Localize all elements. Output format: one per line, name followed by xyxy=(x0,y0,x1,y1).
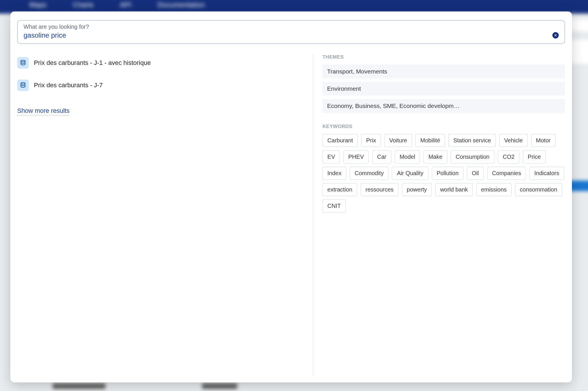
facets-column: THEMES Transport, Movements Environment … xyxy=(317,54,565,375)
search-input[interactable] xyxy=(24,31,552,39)
keyword-chip[interactable]: Companies xyxy=(487,167,526,180)
column-divider xyxy=(313,54,313,375)
keyword-chip[interactable]: extraction xyxy=(322,183,357,196)
keyword-chip[interactable]: CO2 xyxy=(498,150,519,163)
keyword-chip[interactable]: powerty xyxy=(402,183,432,196)
keyword-chip[interactable]: Station service xyxy=(448,134,496,147)
keyword-chip[interactable]: Voiture xyxy=(384,134,412,147)
search-box: What are you looking for? ✕ xyxy=(17,20,565,44)
keyword-chip[interactable]: consommation xyxy=(515,183,562,196)
show-more-results-link[interactable]: Show more results xyxy=(17,107,69,115)
keyword-chip[interactable]: Model xyxy=(395,150,420,163)
search-input-row: ✕ xyxy=(24,31,559,39)
dataset-icon xyxy=(17,80,29,91)
keyword-chip[interactable]: Oil xyxy=(467,167,483,180)
search-body: Prix des carburants - J-1 - avec histori… xyxy=(17,54,565,375)
keyword-chip[interactable]: world bank xyxy=(435,183,473,196)
keywords-heading: KEYWORDS xyxy=(322,124,565,129)
search-label: What are you looking for? xyxy=(24,24,559,30)
keyword-chip[interactable]: Consumption xyxy=(451,150,494,163)
keyword-chip[interactable]: Motor xyxy=(531,134,556,147)
svg-point-0 xyxy=(21,60,25,62)
keyword-chip[interactable]: CNIT xyxy=(322,200,346,212)
keyword-chip[interactable]: Carburant xyxy=(322,134,358,147)
theme-item[interactable]: Transport, Movements xyxy=(322,65,565,78)
result-title: Prix des carburants - J-7 xyxy=(34,82,103,89)
keyword-chip[interactable]: Index xyxy=(322,167,346,180)
keyword-chip[interactable]: emissions xyxy=(476,183,512,196)
keyword-chip[interactable]: EV xyxy=(322,150,340,163)
result-title: Prix des carburants - J-1 - avec histori… xyxy=(34,59,151,67)
keyword-chip[interactable]: Mobilité xyxy=(415,134,445,147)
dataset-icon xyxy=(17,57,29,69)
theme-item[interactable]: Environment xyxy=(322,82,565,96)
close-icon: ✕ xyxy=(554,33,557,38)
keyword-chip[interactable]: Vehicle xyxy=(499,134,528,147)
keyword-chip[interactable]: Price xyxy=(523,150,546,163)
keyword-chip[interactable]: Car xyxy=(372,150,391,163)
keyword-chip[interactable]: Air Quality xyxy=(392,167,428,180)
keyword-chip[interactable]: Commodity xyxy=(350,167,388,180)
keywords-list: Carburant Prix Voiture Mobilité Station … xyxy=(322,134,565,212)
keyword-chip[interactable]: Prix xyxy=(361,134,381,147)
clear-search-button[interactable]: ✕ xyxy=(552,32,559,38)
keyword-chip[interactable]: ressources xyxy=(361,183,399,196)
theme-item[interactable]: Economy, Business, SME, Economic develop… xyxy=(322,99,565,113)
themes-heading: THEMES xyxy=(322,54,565,60)
keyword-chip[interactable]: PHEV xyxy=(343,150,369,163)
results-column: Prix des carburants - J-1 - avec histori… xyxy=(17,54,313,375)
keyword-chip[interactable]: Pollution xyxy=(432,167,464,180)
themes-list: Transport, Movements Environment Economy… xyxy=(322,65,565,113)
result-item[interactable]: Prix des carburants - J-1 - avec histori… xyxy=(17,54,307,71)
keyword-chip[interactable]: Make xyxy=(423,150,447,163)
search-modal: What are you looking for? ✕ Prix des car… xyxy=(10,11,572,382)
svg-point-1 xyxy=(21,83,25,84)
result-item[interactable]: Prix des carburants - J-7 xyxy=(17,77,307,94)
keyword-chip[interactable]: Indicators xyxy=(529,167,564,180)
